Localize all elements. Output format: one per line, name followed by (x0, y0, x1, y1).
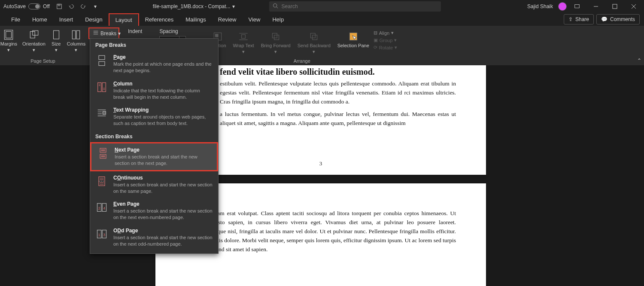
redo-icon[interactable] (77, 0, 89, 12)
indent-label: Indent (128, 28, 142, 34)
page-breaks-header: Page Breaks (90, 39, 218, 51)
svg-rect-21 (99, 61, 105, 65)
group-button: ▣Group▾ (374, 37, 397, 43)
page-paragraph: eget est. Aliquam erat volutpat. Class a… (182, 209, 456, 254)
breaks-button[interactable]: Breaks ▾ (88, 27, 119, 39)
save-icon[interactable] (53, 0, 65, 12)
undo-icon[interactable] (65, 0, 77, 12)
page-break-icon (95, 54, 108, 67)
break-page-item[interactable]: Page Mark the point at which one page en… (90, 51, 218, 77)
ribbon-display-icon[interactable] (568, 0, 586, 13)
minimize-icon[interactable] (587, 0, 605, 13)
tab-layout[interactable]: Layout (109, 13, 139, 26)
svg-text:4: 4 (103, 207, 106, 210)
section-breaks-header: Section Breaks (90, 130, 218, 142)
comment-icon: 💬 (601, 16, 608, 22)
autosave-toggle[interactable]: AutoSave Off (0, 3, 53, 9)
chevron-down-icon: ▾ (118, 30, 121, 37)
avatar[interactable] (558, 2, 567, 11)
break-evenpage-item[interactable]: 24 Even Page Insert a section break and … (90, 198, 218, 224)
break-oddpage-desc: Insert a section break and start the new… (113, 234, 213, 247)
break-evenpage-desc: Insert a section break and start the new… (113, 208, 213, 221)
rotate-icon: ⟳ (374, 45, 377, 50)
svg-rect-16 (274, 35, 279, 40)
svg-text:1: 1 (98, 233, 100, 237)
selection-pane-button[interactable]: Selection Pane (335, 29, 372, 56)
svg-rect-6 (6, 31, 12, 38)
title-bar: AutoSave Off ▾ file-sample_1MB.docx - Co… (0, 0, 644, 13)
continuous-break-icon (95, 175, 108, 188)
ribbon-tab-row: File Home Insert Design Layout Reference… (0, 13, 644, 26)
break-evenpage-title: Even Page (113, 201, 213, 207)
textwrap-break-icon (95, 107, 108, 120)
page-heading: fend velit vitae libero sollicitudin eui… (220, 67, 456, 77)
align-icon: ⊟ (374, 30, 377, 36)
arrange-group: Position▾ Wrap Text▾ Bring Forward▾ Send… (200, 26, 403, 65)
break-column-title: Column (113, 81, 213, 87)
arrange-label: Arrange (200, 58, 403, 64)
svg-rect-18 (311, 33, 316, 38)
svg-rect-26 (100, 154, 106, 158)
tab-design[interactable]: Design (79, 14, 108, 25)
break-nextpage-title: Next Page (115, 147, 212, 153)
svg-rect-24 (103, 112, 106, 115)
svg-rect-23 (102, 82, 106, 91)
break-oddpage-item[interactable]: 13 ODd Page Insert a section break and s… (90, 224, 218, 251)
svg-rect-25 (100, 148, 106, 152)
column-break-icon (95, 81, 108, 94)
search-box[interactable] (269, 1, 441, 12)
tab-review[interactable]: Review (212, 14, 243, 25)
comments-button[interactable]: 💬Comments (596, 14, 640, 24)
break-continuous-desc: Insert a section break and start the new… (113, 182, 213, 195)
wrap-text-button: Wrap Text▾ (231, 29, 257, 56)
svg-rect-13 (216, 34, 219, 37)
svg-rect-11 (77, 30, 80, 39)
evenpage-break-icon: 24 (95, 201, 108, 214)
tab-mailings[interactable]: Mailings (179, 14, 212, 25)
svg-rect-4 (613, 4, 617, 9)
break-continuous-item[interactable]: COntinuous Insert a section break and st… (90, 171, 218, 198)
svg-point-2 (273, 4, 276, 7)
orientation-button[interactable]: Orientation▾ (20, 27, 48, 55)
break-textwrap-item[interactable]: Text Wrapping Separate text around objec… (90, 103, 218, 130)
document-title: file-sample_1MB.docx - Compat... ▾ (153, 3, 235, 9)
qat-dropdown-icon[interactable]: ▾ (89, 0, 101, 12)
svg-text:2: 2 (98, 207, 100, 210)
tab-insert[interactable]: Insert (53, 14, 79, 25)
collapse-ribbon-icon[interactable]: ⌃ (637, 58, 641, 64)
svg-rect-20 (99, 55, 105, 59)
chevron-down-icon: ▾ (55, 47, 58, 53)
breaks-dropdown-menu: Page Breaks Page Mark the point at which… (90, 38, 219, 254)
user-name[interactable]: Sajid Shaik (524, 3, 556, 9)
oddpage-break-icon: 13 (95, 228, 108, 240)
chevron-down-icon: ▾ (33, 47, 35, 53)
size-button[interactable]: Size▾ (48, 27, 64, 55)
search-icon (273, 3, 278, 10)
svg-text:3: 3 (103, 233, 106, 237)
chevron-down-icon: ▾ (75, 47, 77, 53)
columns-button[interactable]: Columns▾ (64, 27, 88, 55)
tab-help[interactable]: Help (266, 14, 290, 25)
tab-references[interactable]: References (139, 14, 179, 25)
break-continuous-title: COntinuous (113, 175, 213, 181)
svg-rect-1 (58, 4, 60, 6)
break-page-desc: Mark the point at which one page ends an… (113, 61, 213, 74)
svg-rect-3 (575, 5, 580, 8)
margins-button[interactable]: Margins▾ (0, 27, 20, 55)
tab-view[interactable]: View (242, 14, 266, 25)
svg-rect-17 (313, 35, 317, 40)
maximize-icon[interactable] (606, 0, 623, 13)
close-icon[interactable] (625, 0, 642, 13)
page-setup-group: Margins▾ Orientation▾ Size▾ Columns▾ Pag… (0, 26, 86, 65)
align-button[interactable]: ⊟Align▾ (374, 30, 397, 36)
share-button[interactable]: ⇪Share (564, 14, 594, 24)
break-textwrap-desc: Separate text around objects on web page… (113, 114, 213, 127)
search-input[interactable] (282, 3, 437, 9)
break-column-desc: Indicate that the text following the col… (113, 88, 213, 100)
tab-file[interactable]: File (5, 14, 26, 25)
rotate-button: ⟳Rotate▾ (374, 45, 397, 50)
break-nextpage-item[interactable]: Next Page Insert a section break and sta… (90, 142, 218, 171)
tab-home[interactable]: Home (26, 14, 53, 25)
chevron-down-icon[interactable]: ▾ (232, 3, 235, 9)
break-column-item[interactable]: Column Indicate that the text following … (90, 77, 218, 104)
